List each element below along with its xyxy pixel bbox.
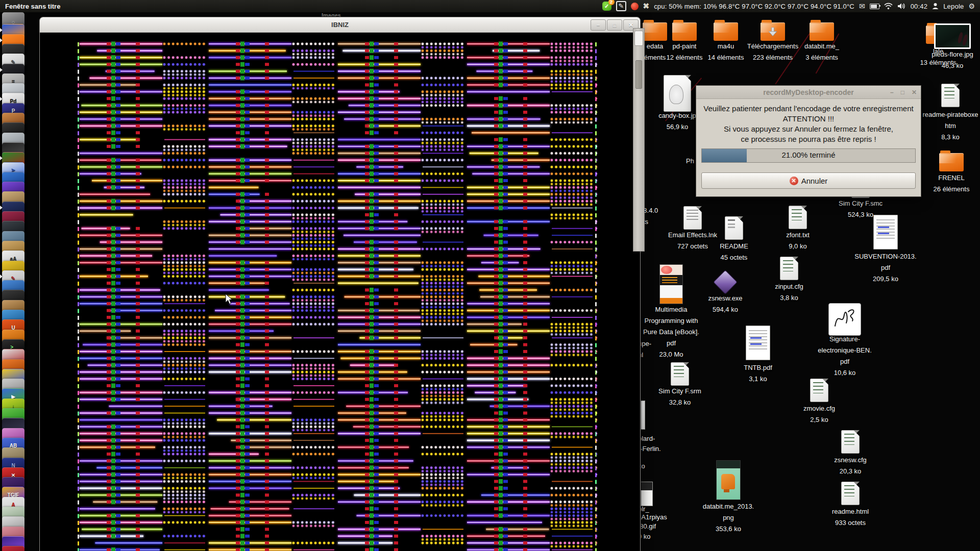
partial-label: Ph [686, 157, 694, 165]
executable-icon [713, 270, 738, 294]
gear-icon[interactable]: ⚙ [968, 2, 975, 10]
file-tntb-pdf-label: TNTB.pdf [717, 362, 799, 373]
file-zsnesw-cfg[interactable] [810, 430, 891, 454]
photo-thumbnail [934, 23, 971, 49]
compose-icon[interactable]: ✎ [616, 1, 626, 11]
running-indicator-arrow [0, 274, 5, 279]
mail-icon[interactable]: ✉ [859, 2, 865, 10]
image-pieds-flore-label: 46,3 ko [912, 60, 980, 71]
text-file-icon [941, 84, 960, 107]
encoding-progress-bar: 21.00% terminé [701, 148, 916, 163]
file-simcity-srm[interactable] [639, 362, 721, 386]
background-window-scrollbar[interactable] [633, 28, 645, 252]
poster-thumbnail [716, 460, 741, 500]
file-simcity-srm-label: Sim City F.srm [639, 386, 721, 397]
file-databit-png-label: png [688, 512, 769, 523]
active-window-title: Fenêtre sans titre [5, 3, 60, 10]
cancel-x-icon: ✕ [790, 177, 798, 185]
file-zinput-cfg-label: 3,8 ko [748, 292, 830, 304]
image-document-icon [664, 75, 691, 112]
file-multimedia-ebook-label: Pure Data [eBook]. [630, 327, 712, 338]
volume-icon[interactable] [897, 3, 906, 10]
text-file-icon [671, 362, 689, 386]
cancel-button[interactable]: ✕ Annuler [701, 172, 916, 189]
readme-file-icon [725, 216, 743, 240]
ibniz-window-title: IBNIZ [331, 21, 349, 29]
file-subvention-pdf-label: SUBVENTION-2013. [845, 251, 926, 262]
scrollbar-thumb[interactable] [635, 60, 642, 89]
ibniz-window: IBNIZ – □ ✕ [39, 17, 641, 551]
battery-icon[interactable] [870, 4, 879, 9]
file-zmovie-cfg[interactable] [778, 379, 860, 402]
file-zfont-label: zfont.txt [757, 230, 839, 241]
launcher-dock: ◌✎=PdP➤aA✎U>_▶↓ABN✕TGIFAIZ::rip [0, 12, 28, 551]
file-signature-pdf-label: 10,6 ko [804, 367, 886, 379]
dialog-titlebar[interactable]: recordMyDesktop-encoder – □ ✕ [696, 86, 921, 99]
file-tntb-pdf[interactable] [717, 325, 799, 360]
record-indicator-icon[interactable] [631, 3, 639, 10]
file-readme-html-label: 933 octets [810, 517, 891, 529]
file-zsnesw-exe-label: 594,4 ko [684, 304, 766, 315]
user-name[interactable]: Lepole [943, 3, 964, 10]
desktop: edataémentspd-paint12 élémentsma4u14 élé… [0, 0, 980, 551]
folder-icon [810, 22, 834, 41]
folder-databit-me-label: 3 éléments [781, 52, 863, 63]
text-file-icon [810, 379, 828, 402]
minimize-button[interactable]: – [591, 19, 606, 31]
file-databit-png-label: 353,6 ko [688, 523, 769, 535]
dialog-maximize-button[interactable]: □ [901, 89, 904, 96]
file-signature-pdf-label: electronique-BEN. [804, 345, 886, 356]
progress-label: 21.00% terminé [702, 151, 915, 159]
running-indicator-arrow [0, 156, 5, 160]
notification-badge: 2 [608, 0, 615, 5]
image-pieds-flore-label: pieds-flore.jpg [912, 49, 980, 60]
running-indicator-arrow [0, 28, 5, 32]
file-subvention-pdf-label: pdf [845, 262, 926, 273]
text-file-icon [841, 430, 860, 454]
dialog-title: recordMyDesktop-encoder [763, 88, 853, 96]
messenger-icon[interactable]: ✓2 [602, 2, 611, 11]
file-databit-png[interactable] [688, 460, 769, 500]
file-simcity-srm-label: 32,8 ko [639, 397, 721, 408]
text-file-icon [841, 482, 860, 505]
dialog-minimize-button[interactable]: – [890, 89, 894, 96]
running-indicator-arrow [0, 206, 5, 210]
file-readme-html[interactable] [810, 482, 891, 505]
file-zfont-label: 9,0 ko [757, 241, 839, 252]
file-zmovie-cfg-label: 2,5 ko [778, 414, 860, 425]
dialog-message-line: ATTENTION !!! [696, 114, 921, 124]
file-subvention-pdf-label: 209,5 ko [845, 273, 926, 285]
dialog-close-button[interactable]: ✕ [912, 89, 917, 96]
folder-databit-me-label: databit.me_ [781, 41, 863, 52]
maximize-button[interactable]: □ [607, 19, 622, 31]
x-app-icon[interactable]: ✖ [643, 2, 650, 11]
running-indicator-arrow [0, 38, 5, 42]
file-zinput-cfg[interactable] [748, 257, 830, 280]
file-databit-png-label: databit.me_2013. [688, 501, 769, 512]
file-simcity-smc-label: Sim City F.smc [820, 198, 901, 209]
ibniz-titlebar[interactable]: IBNIZ – □ ✕ [40, 17, 640, 33]
folder-databit-me[interactable] [781, 18, 863, 41]
file-signature-pdf-label: Signature- [804, 334, 886, 345]
dock-item-iz-app[interactable]: IZ [2, 546, 24, 551]
dialog-message-line: Veuillez patienter pendant l'encodage de… [696, 104, 921, 114]
file-signature-pdf[interactable] [804, 303, 886, 336]
pdf-thumbnail [746, 325, 770, 360]
system-stats: cpu: 50% mem: 10% 96.8°C 97.0°C 92.0°C 9… [654, 3, 854, 10]
pdf-thumbnail [873, 215, 898, 249]
image-pieds-flore[interactable] [912, 23, 980, 49]
text-file-icon [780, 257, 798, 280]
running-indicator-arrow [0, 97, 5, 101]
recordmydesktop-encoder-dialog: recordMyDesktop-encoder – □ ✕ Veuillez p… [696, 85, 921, 197]
signature-thumbnail [828, 303, 861, 336]
wifi-icon[interactable] [884, 3, 893, 10]
cancel-button-label: Annuler [801, 177, 828, 185]
file-subvention-pdf[interactable] [845, 215, 926, 249]
file-zsnesw-cfg-label: zsnesw.cfg [810, 455, 891, 466]
text-file-icon [789, 206, 807, 229]
top-panel: Fenêtre sans titre ✓2 ✎ ✖ cpu: 50% mem: … [0, 0, 980, 12]
mouse-cursor [225, 293, 235, 306]
file-zsnesw-cfg-label: 20,3 ko [810, 466, 891, 477]
file-zinput-cfg-label: zinput.cfg [748, 281, 830, 292]
clock[interactable]: 00:42 [911, 3, 928, 10]
